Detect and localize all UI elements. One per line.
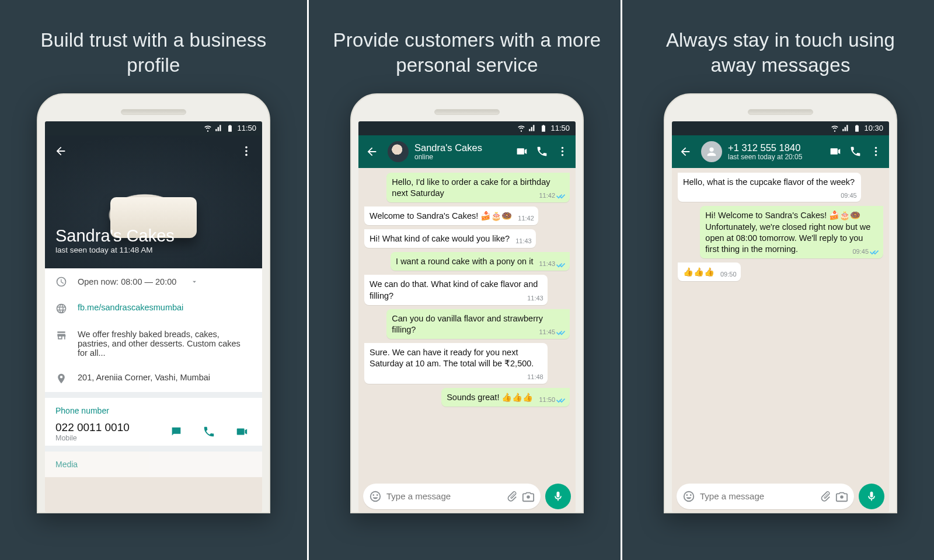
address-text: 201, Areniia Corner, Vashi, Mumbai [78,373,210,382]
read-ticks-icon [556,396,566,403]
chat-bubble-in[interactable]: Hello, what is the cupcake flavor of the… [678,173,861,202]
person-icon [705,145,718,158]
profile-info-card: Open now: 08:00 — 20:00 fb.me/sandrascak… [45,268,262,392]
read-ticks-icon [556,192,566,199]
chat-bubble-in[interactable]: Welcome to Sandra's Cakes! 🍰🎂🍩11:42 [364,206,538,225]
attach-icon[interactable] [819,490,832,503]
status-time: 10:30 [864,124,883,132]
message-input[interactable] [699,491,815,502]
message-text: Hi! What kind of cake would you like? [370,234,510,243]
message-input[interactable] [385,491,502,502]
message-button[interactable] [166,422,186,442]
panel-headline: Provide customers with a more personal s… [313,0,621,93]
chat-avatar[interactable] [701,141,722,162]
back-button[interactable] [51,141,71,161]
store-icon [55,330,67,341]
phone-frame: 11:50 Sandra's Cakes last seen today at … [37,93,270,513]
chat-header[interactable]: Sandra's Cakes online [414,142,506,161]
more-button[interactable] [236,141,256,161]
videocall-button[interactable] [232,422,252,442]
emoji-icon[interactable] [369,490,382,503]
clock-icon [55,276,67,288]
more-icon [870,145,882,158]
message-thread[interactable]: Hello, what is the cupcake flavor of the… [672,168,889,481]
message-text: We can do that. What kind of cake flavor… [370,279,538,300]
more-icon [556,145,569,158]
chat-status: online [414,153,506,161]
chevron-down-icon [190,278,198,286]
chat-bubble-out[interactable]: Can you do vanilla flavor and strawberry… [386,309,570,339]
message-meta: 09:45 [841,191,857,200]
send-voice-button[interactable] [545,484,571,509]
attach-icon[interactable] [506,490,518,503]
composer-input-box[interactable] [677,484,854,509]
back-button[interactable] [362,142,382,162]
message-text: Sure. We can have it ready for you next … [370,348,534,368]
voice-call-button[interactable] [846,142,865,161]
more-button[interactable] [553,142,572,161]
video-icon [829,145,841,158]
phone-screen: 11:50 Sandra's Cakes last seen today at … [45,121,262,512]
read-ticks-icon [556,261,566,268]
chat-bubble-in[interactable]: We can do that. What kind of cake flavor… [364,275,548,304]
phone-screen: 11:50 Sandra's Cakes online Hello, [358,121,576,512]
phone-number: 022 0011 0010 [55,421,130,434]
message-text: Welcome to Sandra's Cakes! 🍰🎂🍩 [370,211,512,220]
chat-bubble-in[interactable]: 👍👍👍09:50 [678,262,741,281]
more-button[interactable] [866,142,886,161]
chat-bubble-in[interactable]: Hi! What kind of cake would you like?11:… [364,229,536,248]
android-status-bar: 11:50 [358,121,576,135]
mic-icon [552,491,564,502]
message-meta: 11:42 [539,191,566,200]
pin-icon [55,373,67,384]
android-status-bar: 10:30 [672,121,889,135]
chat-avatar[interactable] [388,141,409,162]
composer [358,481,576,512]
phone-card: Phone number 022 0011 0010 Mobile [45,398,262,446]
message-thread[interactable]: Hello, I'd like to order a cake for a bi… [358,168,576,481]
send-voice-button[interactable] [859,484,884,509]
message-icon [170,425,183,438]
message-text: Sounds great! 👍👍👍 [447,393,533,402]
chat-name: +1 312 555 1840 [728,142,820,153]
video-call-button[interactable] [825,142,845,161]
call-button[interactable] [199,422,219,442]
panel-customer-chat: Provide customers with a more personal s… [313,0,622,560]
composer-input-box[interactable] [363,484,541,509]
chat-bubble-out[interactable]: Hello, I'd like to order a cake for a bi… [386,173,570,202]
phone-screen: 10:30 +1 312 555 1840 last seen today at… [672,121,889,512]
chat-bubble-out[interactable]: Sounds great! 👍👍👍11:50 [441,388,570,407]
video-icon [515,145,528,158]
panel-headline: Build trust with a business profile [0,0,307,93]
composer [672,481,889,512]
divider [45,446,262,452]
chat-header[interactable]: +1 312 555 1840 last seen today at 20:05 [728,142,820,161]
message-meta: 11:43 [539,260,566,268]
voice-call-button[interactable] [532,142,552,161]
phone-icon [849,145,862,158]
phone-label: Phone number [55,406,252,415]
back-button[interactable] [675,142,695,162]
phone-frame: 11:50 Sandra's Cakes online Hello, [350,93,584,513]
camera-icon[interactable] [835,490,848,503]
message-meta: 11:48 [527,373,543,382]
chat-bubble-in[interactable]: Sure. We can have it ready for you next … [364,343,548,384]
phone-icon [203,425,215,438]
emoji-icon[interactable] [682,490,695,503]
message-text: 👍👍👍 [683,267,715,276]
website-link: fb.me/sandrascakesmumbai [78,303,183,312]
profile-hero[interactable]: Sandra's Cakes last seen today at 11:48 … [45,135,262,268]
chat-appbar: +1 312 555 1840 last seen today at 20:05 [672,135,889,168]
row-hours[interactable]: Open now: 08:00 — 20:00 [45,268,262,295]
divider [45,392,262,398]
row-website[interactable]: fb.me/sandrascakesmumbai [45,295,262,322]
video-call-button[interactable] [512,142,531,161]
camera-icon[interactable] [522,490,535,503]
marketing-showcase: Build trust with a business profile 11:5… [0,0,934,560]
chat-bubble-out[interactable]: Hi! Welcome to Sandra's Cakes! 🍰🎂🍩 Unfor… [700,206,883,258]
read-ticks-icon [870,248,879,255]
media-section-header[interactable]: Media [45,452,262,477]
panel-business-profile: Build trust with a business profile 11:5… [0,0,309,560]
chat-bubble-out[interactable]: I want a round cake with a pony on it11:… [391,252,570,271]
row-address[interactable]: 201, Areniia Corner, Vashi, Mumbai [45,365,262,392]
